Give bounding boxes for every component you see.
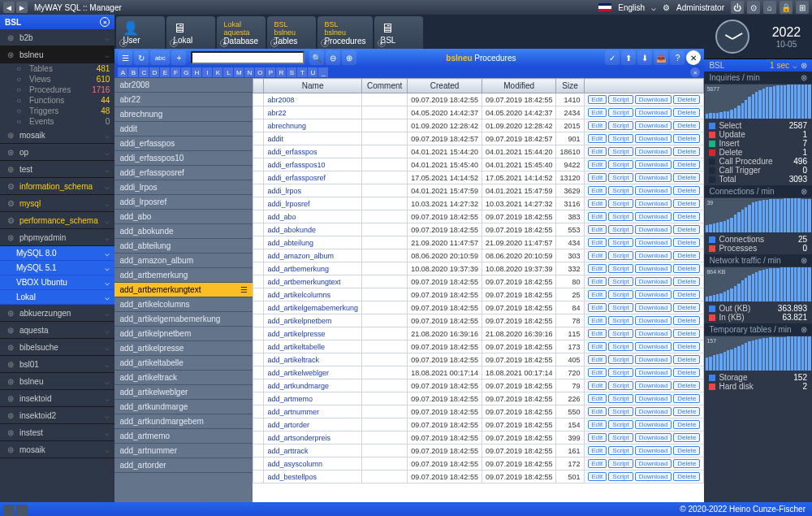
proc-item[interactable]: add_abo [114,210,253,224]
dropdown-icon[interactable]: ⌵ [793,61,797,70]
proc-item[interactable]: add_artikeltabelle [114,356,253,371]
alpha-C[interactable]: C [139,67,149,77]
power-icon[interactable]: ⏻ [731,1,744,14]
edit-button[interactable]: Edit [588,95,607,104]
proc-item[interactable]: add_amazon_album [114,254,253,268]
db-stat[interactable]: ○Events0 [16,116,114,127]
alpha-P[interactable]: P [266,67,275,77]
script-button[interactable]: Script [608,394,633,403]
proc-item[interactable]: add_artkundmargebem [114,414,253,429]
alpha-K[interactable]: K [213,67,222,77]
download-button[interactable]: Download [635,407,672,416]
delete-button[interactable]: Delete [673,199,700,208]
zoom-out-icon[interactable]: ⊖ [326,50,340,65]
check-icon[interactable]: ✓ [605,50,620,65]
delete-button[interactable]: Delete [673,225,700,234]
row-check[interactable] [253,223,264,236]
row-check[interactable] [253,145,264,158]
server-item[interactable]: Lokal⌵ [0,290,114,305]
close-icon[interactable]: ✕ [686,50,701,65]
edit-button[interactable]: Edit [588,446,607,455]
row-check[interactable] [253,327,264,340]
edit-button[interactable]: Edit [588,147,607,156]
delete-button[interactable]: Delete [673,264,700,273]
proc-item[interactable]: add_artikelgemabemerkung [114,312,253,327]
proc-item[interactable]: add_abokunde [114,224,253,239]
edit-button[interactable]: Edit [588,381,607,390]
proc-item[interactable]: addi_erfassposref [114,166,253,180]
alpha-G[interactable]: G [181,67,191,77]
delete-button[interactable]: Delete [673,277,700,286]
script-button[interactable]: Script [608,212,633,221]
proc-item[interactable]: abrechnung [114,107,253,122]
row-check[interactable] [253,106,264,119]
tab-Tables[interactable]: BSLbslneuTables× [267,16,316,49]
delete-button[interactable]: Delete [673,368,700,377]
home-icon[interactable]: ⌂ [763,1,776,14]
delete-button[interactable]: Delete [673,212,700,221]
db-item-mosaik[interactable]: ⊛mosaik⌵ [0,441,114,458]
col-Name[interactable]: Name [264,79,362,93]
db-item-information_schema[interactable]: ⚙information_schema⌵ [0,178,114,195]
download-button[interactable]: Download [635,381,672,390]
download-button[interactable]: Download [635,160,672,169]
row-check[interactable] [253,262,264,275]
alpha-T[interactable]: T [297,67,307,77]
script-button[interactable]: Script [608,160,633,169]
proc-item[interactable]: add_abteilung [114,239,253,254]
row-check[interactable] [253,119,264,132]
db-item-bslneu[interactable]: ⊛bslneu⌵ [0,373,114,390]
cell-name[interactable]: abr2008 [264,93,362,106]
proc-item[interactable]: add_artnummer [114,444,253,458]
list-icon[interactable]: ☰ [118,50,132,65]
expand-icon[interactable]: ⊗ [801,325,807,334]
cell-name[interactable]: add_artikelcolumns [264,288,362,301]
edit-button[interactable]: Edit [588,186,607,195]
script-button[interactable]: Script [608,199,633,208]
script-button[interactable]: Script [608,238,633,247]
cell-name[interactable]: abr22 [264,106,362,119]
delete-button[interactable]: Delete [673,251,700,260]
tab-close-icon[interactable]: × [270,39,279,47]
download-button[interactable]: Download [635,355,672,364]
alpha-_[interactable]: _ [318,67,328,77]
tab-Database[interactable]: LokalaquestaDatabase× [217,16,266,49]
cell-name[interactable]: add_amazon_album [264,249,362,262]
proc-item[interactable]: addi_erfasspos10 [114,151,253,166]
proc-item[interactable]: add_artorder [114,458,253,473]
delete-button[interactable]: Delete [673,173,700,182]
edit-button[interactable]: Edit [588,160,607,169]
row-check[interactable] [253,184,264,197]
row-check[interactable] [253,236,264,249]
lock-icon[interactable]: 🔒 [780,1,793,14]
upload-icon[interactable]: ⬆ [621,50,636,65]
script-button[interactable]: Script [608,108,633,117]
download-button[interactable]: Download [635,472,672,481]
proc-item[interactable]: addit [114,122,253,137]
search-icon[interactable]: 🔍 [309,50,324,65]
row-check[interactable] [253,418,264,431]
script-button[interactable]: Script [608,264,633,273]
download-button[interactable]: Download [635,264,672,273]
alpha-E[interactable]: E [160,67,170,77]
row-check[interactable] [253,288,264,301]
add-icon[interactable]: + [171,50,186,65]
gear-icon[interactable]: ⚙ [663,3,670,12]
delete-button[interactable]: Delete [673,121,700,130]
delete-button[interactable]: Delete [673,407,700,416]
delete-button[interactable]: Delete [673,303,700,312]
delete-button[interactable]: Delete [673,95,700,104]
pin-icon[interactable]: ⊙ [747,1,760,14]
sidebar-close-icon[interactable]: × [100,17,110,27]
tab-close-icon[interactable]: × [170,39,178,47]
cell-name[interactable]: addi_erfasspos [264,145,362,158]
db-item-performance_schema[interactable]: ⚙performance_schema⌵ [0,212,114,229]
script-button[interactable]: Script [608,381,633,390]
edit-button[interactable]: Edit [588,459,607,468]
col-Comment[interactable]: Comment [361,79,407,93]
row-check[interactable] [253,353,264,366]
db-item-bibelsuche[interactable]: ⊛bibelsuche⌵ [0,339,114,356]
row-check[interactable] [253,392,264,405]
cell-name[interactable]: addi_lrpos [264,184,362,197]
proc-item[interactable]: add_artikeltrack [114,371,253,385]
